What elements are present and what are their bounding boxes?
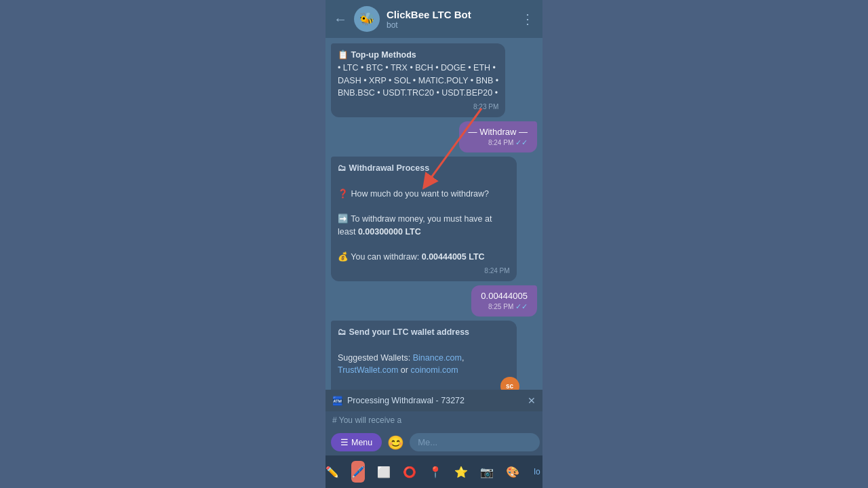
- wallet-suggested: Suggested Wallets: Binance.com, TrustWal…: [338, 352, 510, 378]
- more-text-preview: # You will receive a: [326, 411, 542, 429]
- withdraw-time: 8:24 PM ✓✓: [469, 138, 528, 147]
- topup-methods-message: 📋 Top-up Methods • LTC • BTC • TRX • BCH…: [331, 43, 505, 117]
- left-panel: [0, 0, 326, 488]
- notification-text: Processing Withdrawal - 73272: [347, 396, 465, 405]
- menu-icon: ☰: [340, 437, 349, 447]
- more-text-content: # You will receive a: [332, 415, 401, 425]
- arrow-tool[interactable]: 📍: [429, 461, 442, 483]
- menu-label: Menu: [351, 438, 372, 447]
- phone-container: ← 🐝 ClickBee LTC Bot bot ⋮ 📋 Top-up Meth…: [326, 0, 542, 488]
- withdrawal-minimum: ➡️ To withdraw money, you must have at l…: [338, 213, 510, 239]
- binance-link[interactable]: Binance.com: [413, 353, 462, 363]
- back-button[interactable]: ←: [334, 12, 347, 27]
- topup-time: 8:23 PM: [338, 102, 498, 112]
- withdraw-content: — Withdraw —: [469, 127, 528, 137]
- annotation-toolbar: ✏️ 🖊️ ⬜ ⭕ 📍 ⭐ 📷 🎨 lo: [326, 455, 542, 488]
- topup-line3: DASH • XRP • SOL • MATIC.POLY • BNB •: [338, 75, 498, 87]
- circle-tool[interactable]: ⭕: [403, 461, 416, 483]
- palette-tool[interactable]: 🎨: [506, 461, 519, 483]
- menu-button[interactable]: ☰ Menu: [331, 433, 382, 451]
- chat-area: 📋 Top-up Methods • LTC • BTC • TRX • BCH…: [326, 38, 542, 390]
- withdrawal-time: 8:24 PM: [338, 266, 510, 276]
- withdraw-ticks: ✓✓: [515, 138, 528, 146]
- wallet-title: 🗂 Send your LTC wallet address: [338, 326, 510, 339]
- input-bar: ☰ Menu 😊: [326, 429, 542, 455]
- notification-close-button[interactable]: ✕: [528, 395, 536, 406]
- withdrawal-available: 💰 You can withdraw: 0.00444005 LTC: [338, 251, 510, 264]
- chat-header: ← 🐝 ClickBee LTC Bot bot ⋮: [326, 0, 542, 38]
- more-options-button[interactable]: ⋮: [521, 11, 534, 27]
- message-input[interactable]: [410, 433, 540, 451]
- right-panel: [542, 0, 868, 488]
- camera-tool[interactable]: 📷: [480, 461, 494, 483]
- topup-line1: 📋 Top-up Methods: [338, 49, 498, 62]
- topup-line2: • LTC • BTC • TRX • BCH • DOGE • ETH •: [338, 62, 498, 75]
- notification-emoji: 🏧: [332, 396, 343, 406]
- chat-subtitle: bot: [387, 20, 514, 30]
- withdrawal-process-message: 🗂 Withdrawal Process ❓ How much do you w…: [331, 157, 517, 281]
- marker-tool[interactable]: 🖊️: [351, 461, 365, 483]
- emoji-button[interactable]: 😊: [387, 434, 404, 451]
- sticker-tool[interactable]: ⭐: [454, 461, 468, 483]
- wallet-address-message: 🗂 Send your LTC wallet address Suggested…: [331, 321, 517, 390]
- pencil-tool[interactable]: ✏️: [326, 461, 339, 483]
- trustwallet-link[interactable]: TrustWallet.com: [338, 365, 398, 375]
- withdrawal-title: 🗂 Withdrawal Process: [338, 162, 510, 175]
- withdraw-user-message: — Withdraw — 8:24 PM ✓✓: [459, 121, 537, 152]
- amount-time: 8:25 PM ✓✓: [481, 302, 528, 311]
- iosklot-tool[interactable]: lo: [532, 461, 542, 483]
- withdrawal-question: ❓ How much do you want to withdraw?: [338, 188, 510, 201]
- notification-bar: 🏧 Processing Withdrawal - 73272 ✕: [326, 390, 542, 411]
- topup-line4: BNB.BSC • USDT.TRC20 • USDT.BEP20 •: [338, 87, 498, 100]
- bot-avatar: 🐝: [354, 6, 380, 32]
- header-info: ClickBee LTC Bot bot: [387, 9, 514, 30]
- orange-indicator: sc: [500, 377, 519, 390]
- square-tool[interactable]: ⬜: [377, 461, 391, 483]
- amount-ticks: ✓✓: [515, 302, 528, 310]
- amount-user-message: 0.00444005 8:25 PM ✓✓: [471, 285, 537, 317]
- coinomi-link[interactable]: coinomi.com: [410, 365, 458, 375]
- chat-title: ClickBee LTC Bot: [387, 9, 514, 20]
- amount-content: 0.00444005: [481, 291, 528, 301]
